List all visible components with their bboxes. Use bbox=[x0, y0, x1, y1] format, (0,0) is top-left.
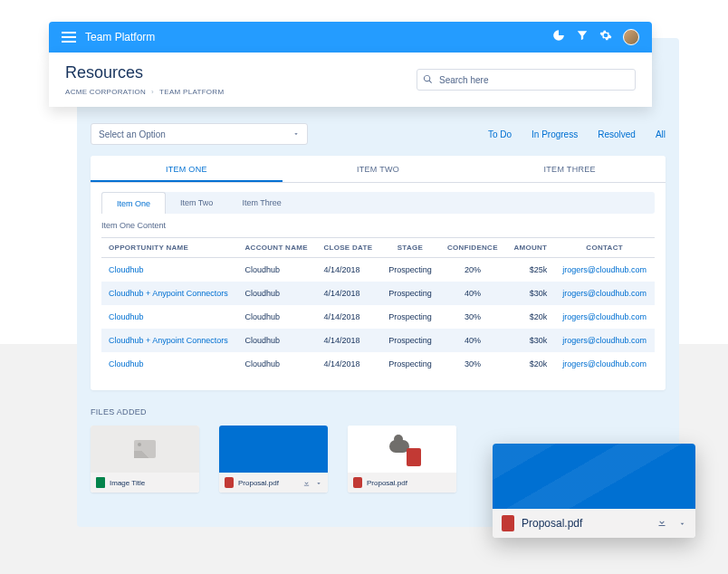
filter-group: To Do In Progress Resolved All bbox=[488, 129, 666, 139]
tab-item-one[interactable]: ITEM ONE bbox=[91, 156, 283, 182]
cell-stage: Prospecting bbox=[381, 282, 440, 305]
th-account: ACCOUNT NAME bbox=[238, 238, 317, 258]
pdf-thumbnail bbox=[219, 426, 328, 473]
select-placeholder: Select an Option bbox=[99, 129, 166, 139]
chevron-down-icon[interactable] bbox=[675, 515, 686, 531]
pdf-icon bbox=[353, 477, 362, 488]
contact-link[interactable]: jrogers@cloudhub.com bbox=[554, 352, 655, 376]
cell-account: Cloudhub bbox=[238, 329, 317, 352]
cell-stage: Prospecting bbox=[381, 305, 440, 329]
contact-link[interactable]: jrogers@cloudhub.com bbox=[554, 329, 655, 352]
table-row: CloudhubCloudhub4/14/2018Prospecting30%$… bbox=[101, 352, 655, 376]
page-header: Resources ACME CORPORATION › TEAM PLATFO… bbox=[49, 53, 652, 107]
cell-account: Cloudhub bbox=[238, 282, 317, 305]
search-icon bbox=[423, 72, 433, 88]
opportunity-link[interactable]: Cloudhub bbox=[101, 352, 238, 376]
cell-amount: $25k bbox=[505, 258, 554, 282]
cell-confidence: 30% bbox=[439, 305, 505, 329]
file-tile[interactable]: Proposal.pdf bbox=[348, 426, 456, 493]
cell-stage: Prospecting bbox=[381, 352, 440, 376]
file-name: Image Title bbox=[110, 479, 194, 487]
secondary-tabs: Item One Item Two Item Three bbox=[101, 192, 655, 214]
document-icon bbox=[96, 477, 105, 488]
primary-tabs: ITEM ONE ITEM TWO ITEM THREE bbox=[91, 156, 666, 183]
filter-all[interactable]: All bbox=[656, 129, 666, 139]
cell-amount: $30k bbox=[505, 329, 554, 352]
chevron-down-icon[interactable] bbox=[315, 474, 322, 491]
contact-link[interactable]: jrogers@cloudhub.com bbox=[554, 282, 655, 305]
th-amount: AMOUNT bbox=[505, 238, 554, 258]
file-name: Proposal.pdf bbox=[367, 479, 451, 487]
content-label: Item One Content bbox=[101, 221, 655, 230]
subtab-item-two[interactable]: Item Two bbox=[166, 192, 227, 214]
cell-amount: $20k bbox=[505, 352, 554, 376]
cell-amount: $30k bbox=[505, 282, 554, 305]
page-title: Resources bbox=[65, 63, 224, 82]
opportunity-link[interactable]: Cloudhub + Anypoint Connectors bbox=[101, 329, 238, 352]
cell-close: 4/14/2018 bbox=[316, 258, 380, 282]
cell-account: Cloudhub bbox=[238, 305, 317, 329]
cell-stage: Prospecting bbox=[381, 258, 440, 282]
breadcrumb-org[interactable]: ACME CORPORATION bbox=[65, 88, 146, 96]
file-name: Proposal.pdf bbox=[522, 517, 649, 530]
breadcrumb: ACME CORPORATION › TEAM PLATFORM bbox=[65, 88, 224, 96]
cell-confidence: 40% bbox=[439, 329, 505, 352]
th-opportunity: OPPORTUNITY NAME bbox=[101, 238, 238, 258]
cell-confidence: 20% bbox=[439, 258, 505, 282]
file-name: Proposal.pdf bbox=[238, 479, 298, 487]
th-stage: STAGE bbox=[381, 238, 440, 258]
filter-resolved[interactable]: Resolved bbox=[598, 129, 636, 139]
gear-icon[interactable] bbox=[599, 29, 612, 45]
cell-amount: $20k bbox=[505, 305, 554, 329]
subtab-item-three[interactable]: Item Three bbox=[227, 192, 295, 214]
file-tile[interactable]: Image Title bbox=[91, 426, 199, 493]
files-label: FILES ADDED bbox=[91, 407, 147, 416]
file-tile[interactable]: Proposal.pdf bbox=[219, 426, 328, 493]
select-option-dropdown[interactable]: Select an Option bbox=[91, 123, 308, 145]
image-placeholder-icon bbox=[134, 440, 156, 458]
cell-stage: Prospecting bbox=[381, 329, 440, 352]
cell-account: Cloudhub bbox=[238, 258, 317, 282]
cell-close: 4/14/2018 bbox=[316, 329, 380, 352]
opportunity-link[interactable]: Cloudhub + Anypoint Connectors bbox=[101, 282, 238, 305]
pdf-icon bbox=[502, 515, 514, 531]
breadcrumb-section[interactable]: TEAM PLATFORM bbox=[159, 88, 224, 96]
subtab-item-one[interactable]: Item One bbox=[101, 192, 166, 214]
th-contact: CONTACT bbox=[554, 238, 655, 258]
opportunity-link[interactable]: Cloudhub bbox=[101, 305, 238, 329]
chevron-down-icon bbox=[292, 129, 300, 139]
cell-close: 4/14/2018 bbox=[316, 305, 380, 329]
tab-item-two[interactable]: ITEM TWO bbox=[283, 156, 474, 182]
app-title: Team Platform bbox=[85, 31, 155, 43]
cell-close: 4/14/2018 bbox=[316, 282, 380, 305]
cell-account: Cloudhub bbox=[238, 352, 317, 376]
cell-confidence: 40% bbox=[439, 282, 505, 305]
contact-link[interactable]: jrogers@cloudhub.com bbox=[554, 258, 655, 282]
contact-link[interactable]: jrogers@cloudhub.com bbox=[554, 305, 655, 329]
file-preview-popup: Proposal.pdf bbox=[493, 444, 695, 538]
pdf-thumbnail bbox=[493, 444, 695, 509]
cell-close: 4/14/2018 bbox=[316, 352, 380, 376]
table-row: Cloudhub + Anypoint ConnectorsCloudhub4/… bbox=[101, 282, 655, 305]
table-row: CloudhubCloudhub4/14/2018Prospecting20%$… bbox=[101, 258, 655, 282]
search-input[interactable] bbox=[417, 69, 636, 91]
data-card: ITEM ONE ITEM TWO ITEM THREE Item One It… bbox=[91, 156, 666, 390]
chart-icon[interactable] bbox=[552, 29, 565, 45]
image-thumbnail bbox=[91, 426, 199, 473]
pdf-icon bbox=[225, 477, 234, 488]
th-close: CLOSE DATE bbox=[316, 238, 380, 258]
pdf-thumbnail bbox=[348, 426, 456, 473]
filter-todo[interactable]: To Do bbox=[488, 129, 512, 139]
avatar[interactable] bbox=[623, 29, 639, 45]
tab-item-three[interactable]: ITEM THREE bbox=[474, 156, 666, 182]
download-icon[interactable] bbox=[302, 474, 311, 491]
download-icon[interactable] bbox=[656, 515, 667, 531]
filter-icon[interactable] bbox=[576, 29, 589, 45]
cell-confidence: 30% bbox=[439, 352, 505, 376]
chevron-right-icon: › bbox=[151, 88, 154, 96]
filter-in-progress[interactable]: In Progress bbox=[532, 129, 578, 139]
app-header: Team Platform bbox=[49, 22, 652, 53]
menu-icon[interactable] bbox=[62, 32, 76, 43]
pdf-icon bbox=[407, 448, 421, 466]
opportunity-link[interactable]: Cloudhub bbox=[101, 258, 238, 282]
